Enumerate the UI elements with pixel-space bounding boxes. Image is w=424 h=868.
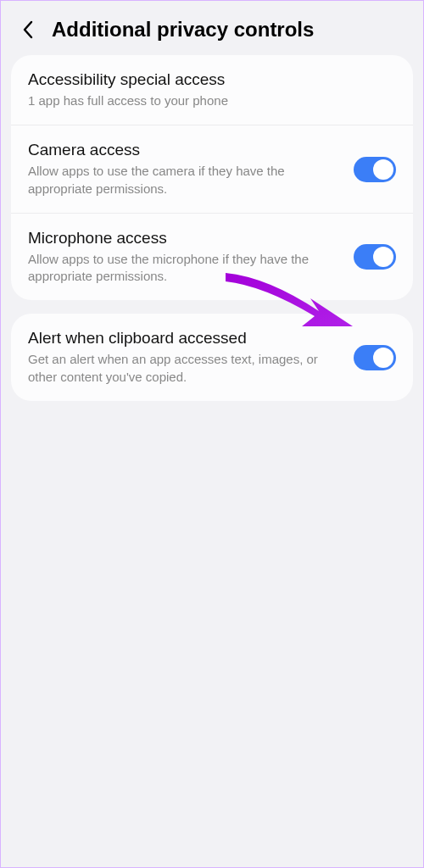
setting-description: 1 app has full access to your phone [28, 92, 396, 109]
setting-title: Microphone access [28, 229, 340, 248]
setting-accessibility-special-access[interactable]: Accessibility special access 1 app has f… [11, 55, 413, 125]
setting-description: Allow apps to use the microphone if they… [28, 251, 340, 286]
camera-access-toggle[interactable] [354, 157, 396, 182]
setting-microphone-access[interactable]: Microphone access Allow apps to use the … [11, 214, 413, 301]
setting-title: Alert when clipboard accessed [28, 329, 340, 348]
clipboard-alert-toggle[interactable] [354, 345, 396, 370]
setting-text: Accessibility special access 1 app has f… [28, 70, 396, 109]
settings-section-1: Accessibility special access 1 app has f… [11, 55, 413, 300]
microphone-access-toggle[interactable] [354, 244, 396, 270]
setting-text: Microphone access Allow apps to use the … [28, 229, 340, 286]
setting-text: Camera access Allow apps to use the came… [28, 141, 340, 198]
settings-section-2: Alert when clipboard accessed Get an ale… [11, 314, 413, 401]
header: Additional privacy controls [1, 1, 423, 55]
back-icon[interactable] [18, 19, 38, 40]
setting-description: Get an alert when an app accesses text, … [28, 351, 340, 386]
setting-title: Accessibility special access [28, 70, 396, 89]
setting-camera-access[interactable]: Camera access Allow apps to use the came… [11, 125, 413, 214]
page-title: Additional privacy controls [52, 18, 314, 42]
setting-clipboard-alert[interactable]: Alert when clipboard accessed Get an ale… [11, 314, 413, 401]
setting-text: Alert when clipboard accessed Get an ale… [28, 329, 340, 386]
setting-title: Camera access [28, 141, 340, 159]
setting-description: Allow apps to use the camera if they hav… [28, 163, 340, 198]
